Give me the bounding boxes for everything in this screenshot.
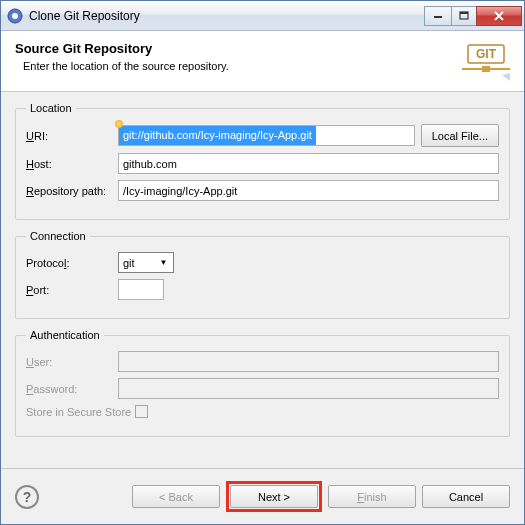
host-input[interactable] — [118, 153, 499, 174]
dialog-header: Source Git Repository Enter the location… — [1, 31, 524, 92]
chevron-down-icon: ▼ — [156, 255, 171, 270]
dialog-content: Location URI: git://github.com/Icy-imagi… — [1, 92, 524, 468]
app-icon — [7, 8, 23, 24]
svg-point-1 — [12, 13, 18, 19]
repo-path-label: Repository path: — [26, 185, 118, 197]
authentication-group: Authentication User: Password: Store in … — [15, 329, 510, 437]
store-secure-checkbox — [135, 405, 148, 418]
titlebar[interactable]: Clone Git Repository — [1, 1, 524, 31]
close-button[interactable] — [476, 6, 522, 26]
password-input — [118, 378, 499, 399]
button-bar: ? < Back Next > Finish Cancel — [1, 468, 524, 524]
page-title: Source Git Repository — [15, 41, 454, 56]
help-button[interactable]: ? — [15, 485, 39, 509]
local-file-button[interactable]: Local File... — [421, 124, 499, 147]
finish-button: Finish — [328, 485, 416, 508]
window-title: Clone Git Repository — [29, 9, 425, 23]
svg-text:GIT: GIT — [476, 47, 497, 61]
window-controls — [425, 6, 522, 26]
repo-path-input[interactable] — [118, 180, 499, 201]
protocol-value: git — [123, 257, 135, 269]
protocol-label: Protocol: — [26, 257, 118, 269]
port-label: Port: — [26, 284, 118, 296]
minimize-button[interactable] — [424, 6, 452, 26]
next-button[interactable]: Next > — [230, 485, 318, 508]
host-label: Host: — [26, 158, 118, 170]
git-icon: GIT — [462, 41, 510, 81]
maximize-button[interactable] — [451, 6, 477, 26]
page-subtitle: Enter the location of the source reposit… — [23, 60, 454, 72]
protocol-select[interactable]: git ▼ — [118, 252, 174, 273]
password-label: Password: — [26, 383, 118, 395]
dialog-window: Clone Git Repository Source Git Reposito… — [0, 0, 525, 525]
back-button: < Back — [132, 485, 220, 508]
location-group: Location URI: git://github.com/Icy-imagi… — [15, 102, 510, 220]
uri-label: URI: — [26, 130, 118, 142]
lightbulb-icon — [115, 120, 123, 128]
cancel-button[interactable]: Cancel — [422, 485, 510, 508]
user-label: User: — [26, 356, 118, 368]
next-highlight: Next > — [226, 481, 322, 512]
user-input — [118, 351, 499, 372]
svg-rect-8 — [482, 66, 490, 72]
location-legend: Location — [26, 102, 76, 114]
connection-group: Connection Protocol: git ▼ Port: — [15, 230, 510, 319]
connection-legend: Connection — [26, 230, 90, 242]
port-input[interactable] — [118, 279, 164, 300]
authentication-legend: Authentication — [26, 329, 104, 341]
uri-input[interactable]: git://github.com/Icy-imaging/Icy-App.git — [118, 125, 415, 146]
store-secure-label: Store in Secure Store — [26, 406, 131, 418]
